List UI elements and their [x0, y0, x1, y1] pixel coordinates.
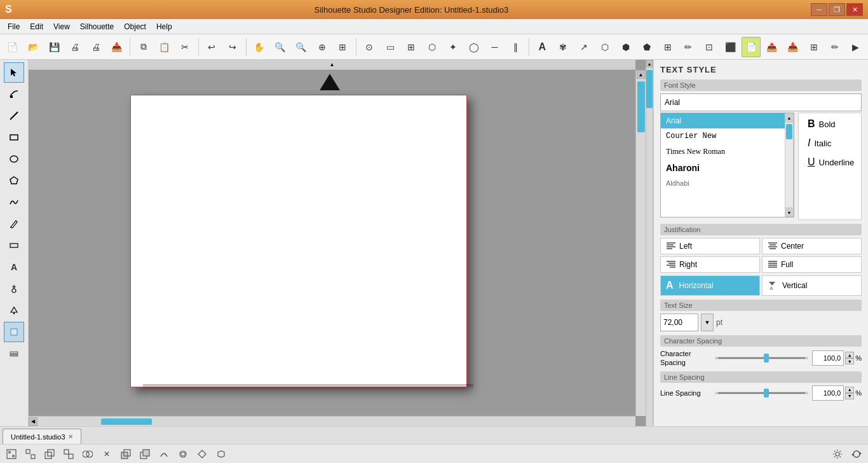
lasso-button[interactable]: ⊙ — [360, 37, 379, 57]
line-spacing-input[interactable] — [812, 385, 844, 401]
export-button[interactable]: 📤 — [762, 37, 782, 57]
cut-button[interactable]: ✂ — [175, 37, 195, 57]
tool-polygon[interactable] — [4, 170, 24, 191]
menu-view[interactable]: View — [48, 21, 75, 32]
horizontal-scrollbar[interactable]: ◀ — [29, 416, 635, 426]
scroll-up-arrow[interactable]: ▲ — [637, 70, 646, 79]
font-list-scroll-up[interactable]: ▲ — [785, 113, 794, 122]
char-spacing-input[interactable] — [812, 350, 844, 366]
line-spacing-spinner[interactable]: ▲ ▼ — [845, 387, 854, 399]
font-item-courier[interactable]: Courier New — [661, 128, 794, 144]
line-h-button[interactable]: ─ — [485, 37, 505, 57]
magic-wand-button[interactable]: ⬟ — [637, 37, 656, 57]
menu-object[interactable]: Object — [119, 21, 151, 32]
polygon-button[interactable]: ⬡ — [423, 37, 442, 57]
pan-button[interactable]: ✋ — [250, 37, 269, 57]
zoom-fit-button[interactable]: ⊕ — [312, 37, 332, 57]
text-size-input[interactable] — [660, 314, 698, 331]
btb-release-button[interactable] — [212, 446, 230, 462]
pattern-button[interactable]: ✾ — [553, 37, 573, 57]
just-left-button[interactable]: Left — [660, 238, 760, 254]
font-name-input[interactable] — [660, 93, 862, 111]
tool-eyedropper[interactable] — [4, 279, 24, 299]
tool-ellipse[interactable] — [4, 149, 24, 169]
just-center-button[interactable]: Center — [762, 238, 862, 254]
font-list-scroll-down[interactable]: ▼ — [785, 208, 794, 217]
zoom-all-button[interactable]: ⊞ — [333, 37, 353, 57]
font-item-times[interactable]: Times New Roman — [661, 144, 794, 160]
menu-help[interactable]: Help — [151, 21, 177, 32]
vertical-direction-button[interactable]: A Vertical — [762, 275, 862, 296]
trace-button[interactable]: ⊞ — [658, 37, 677, 57]
font-list[interactable]: Arial Courier New Times New Roman Aharon… — [660, 113, 794, 218]
char-spacing-spinner[interactable]: ▲ ▼ — [845, 352, 854, 364]
eraser-button[interactable]: ⬡ — [595, 37, 614, 57]
tool-line[interactable] — [4, 106, 24, 126]
bold-button[interactable]: B Bold — [803, 117, 857, 131]
print-button[interactable]: 🖨 — [86, 37, 106, 57]
sketch-button[interactable]: ✏ — [679, 37, 698, 57]
right-scroll-up[interactable]: ▲ — [646, 60, 653, 67]
btb-offset-button[interactable] — [193, 446, 211, 462]
tool-freehand[interactable] — [4, 192, 24, 212]
grid-button[interactable]: ⊞ — [402, 37, 421, 57]
btb-ungroup-button[interactable] — [22, 446, 39, 462]
canvas-area[interactable]: ▲ ▲ ◀ — [29, 60, 646, 426]
minimize-button[interactable]: ─ — [811, 3, 827, 16]
text-size-dropdown[interactable]: ▼ — [701, 314, 714, 331]
cutting-button[interactable]: ⬛ — [721, 37, 740, 57]
draw2-button[interactable]: ✏ — [825, 37, 844, 57]
copy-button[interactable]: ⧉ — [133, 37, 153, 57]
btb-sync-button[interactable] — [848, 446, 865, 462]
btb-separate-button[interactable] — [60, 446, 78, 462]
grid2-button[interactable]: ⊞ — [804, 37, 824, 57]
open-button[interactable]: 📂 — [24, 37, 43, 57]
zoom-in-button[interactable]: 🔍 — [270, 37, 290, 57]
print-preview-button[interactable]: 🖨 — [65, 37, 85, 57]
horizontal-direction-button[interactable]: A Horizontal — [660, 275, 760, 296]
knife-button[interactable]: ↗ — [574, 37, 594, 57]
text-btn[interactable]: A — [532, 37, 552, 57]
btb-group-button[interactable] — [3, 446, 20, 462]
right-scroll-thumb[interactable] — [646, 70, 653, 108]
italic-button[interactable]: I Italic — [803, 136, 857, 150]
rect-shape-button[interactable]: ▭ — [381, 37, 400, 57]
font-list-scroll-thumb[interactable] — [786, 124, 792, 139]
tool-rectangle[interactable] — [4, 127, 24, 148]
tool-fill[interactable] — [4, 300, 24, 321]
import2-button[interactable]: 📥 — [783, 37, 803, 57]
menu-edit[interactable]: Edit — [25, 21, 48, 32]
line-spacing-up[interactable]: ▲ — [845, 387, 854, 393]
btb-settings-button[interactable] — [829, 446, 846, 462]
restore-button[interactable]: ❐ — [829, 3, 845, 16]
paste-button[interactable]: 📋 — [154, 37, 174, 57]
layers-button[interactable]: ⊡ — [700, 37, 719, 57]
star-button[interactable]: ✦ — [443, 37, 463, 57]
redo-button[interactable]: ↪ — [223, 37, 243, 57]
btb-arrange-front-button[interactable] — [136, 446, 154, 462]
right-panel-scrollbar[interactable]: ▲ — [646, 60, 653, 426]
btb-arrange-back-button[interactable] — [117, 446, 135, 462]
tool-crop[interactable] — [4, 322, 24, 342]
line-spacing-slider[interactable] — [715, 387, 808, 399]
btb-contour-button[interactable] — [174, 446, 192, 462]
scroll-thumb-v[interactable] — [637, 81, 645, 132]
undo-button[interactable]: ↩ — [202, 37, 222, 57]
zoom-out-button[interactable]: 🔍 — [291, 37, 311, 57]
tool-pen[interactable] — [4, 214, 24, 234]
panel-collapse-arrow[interactable]: ▲ — [29, 60, 635, 70]
char-spacing-down[interactable]: ▼ — [845, 358, 854, 364]
tool-layers[interactable] — [4, 343, 24, 364]
menu-file[interactable]: File — [3, 21, 25, 32]
save-button[interactable]: 💾 — [44, 37, 64, 57]
btb-combine-button[interactable] — [41, 446, 58, 462]
just-full-button[interactable]: Full — [762, 256, 862, 273]
circle-button[interactable]: ◯ — [464, 37, 484, 57]
canvas-page[interactable] — [130, 95, 467, 387]
btb-delete-button[interactable]: ✕ — [98, 446, 116, 462]
font-item-aharoni[interactable]: Aharoni — [661, 160, 794, 176]
tab-close-button[interactable]: ✕ — [68, 433, 73, 440]
print-panel-button[interactable]: 📄 — [742, 37, 761, 57]
new-button[interactable]: 📄 — [3, 37, 22, 57]
scroll-left-arrow[interactable]: ◀ — [29, 417, 37, 426]
